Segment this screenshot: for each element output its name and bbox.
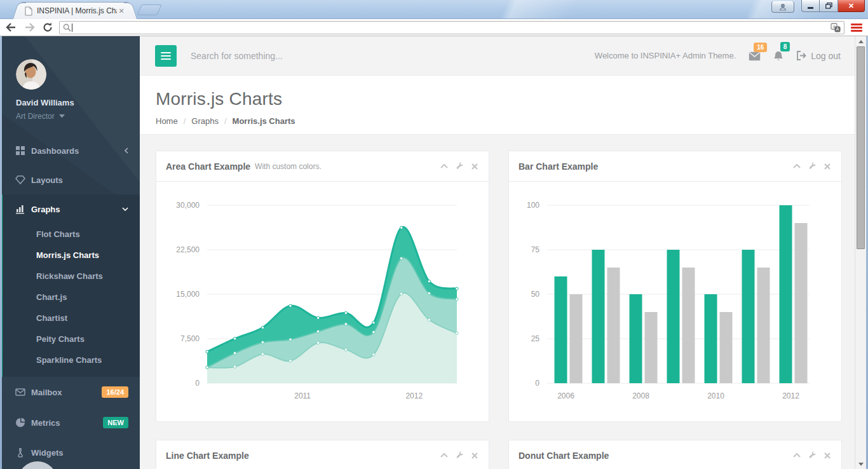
magnifier-icon	[63, 24, 71, 32]
svg-text:2006: 2006	[557, 391, 574, 400]
page-heading: Morris.js Charts Home / Graphs / Morris.…	[140, 76, 855, 135]
sidebar-item-label: Graphs	[31, 205, 60, 214]
forward-icon	[24, 23, 35, 32]
sidebar-item-layouts[interactable]: Layouts	[0, 165, 140, 194]
svg-text:2010: 2010	[707, 391, 724, 400]
browser-window: INSPINIA | Morris.js Cha ✕	[0, 0, 868, 469]
close-icon[interactable]	[470, 451, 479, 460]
user-name: David Williams	[16, 98, 124, 107]
close-icon[interactable]	[823, 162, 832, 171]
document-icon	[24, 6, 33, 16]
scrollbar-thumb[interactable]	[857, 46, 865, 249]
browser-profile-button[interactable]	[771, 1, 794, 13]
wrench-icon[interactable]	[808, 162, 817, 171]
web-page: David Williams Art Director Dashboards	[0, 36, 868, 469]
svg-text:A: A	[836, 27, 839, 31]
messages-button[interactable]: 16	[749, 48, 761, 64]
address-bar[interactable]: a A	[59, 21, 844, 34]
close-icon[interactable]	[470, 162, 479, 171]
submenu-item-rickshaw-charts[interactable]: Rickshaw Charts	[3, 266, 140, 287]
wrench-icon[interactable]	[455, 451, 464, 460]
sidebar-item-label: Dashboards	[31, 146, 79, 156]
submenu-item-chartist[interactable]: Chartist	[3, 308, 140, 329]
sidebar-item-graphs[interactable]: Graphs	[3, 194, 140, 224]
envelope-icon	[15, 387, 25, 397]
tab-close-icon[interactable]: ✕	[117, 6, 126, 15]
bar-chart-icon	[15, 204, 25, 214]
breadcrumb-home[interactable]: Home	[156, 116, 178, 126]
submenu-item-peity-charts[interactable]: Peity Charts	[3, 329, 140, 350]
chevron-left-icon	[125, 147, 128, 154]
svg-text:2008: 2008	[632, 391, 649, 400]
sidebar-toggle-button[interactable]	[155, 45, 177, 67]
person-icon	[779, 3, 787, 11]
sidebar-item-mailbox[interactable]: Mailbox 16/24	[0, 377, 140, 407]
wrench-icon[interactable]	[455, 162, 464, 171]
chevron-down-icon	[122, 207, 128, 211]
window-close-button[interactable]: ✕	[838, 0, 865, 12]
flask-icon	[15, 447, 25, 458]
close-icon[interactable]	[823, 451, 832, 460]
search-input[interactable]	[191, 51, 369, 61]
browser-toolbar: a A	[0, 19, 868, 36]
submenu-item-morrisjs-charts[interactable]: Morris.js Charts	[3, 245, 140, 266]
window-border	[0, 36, 2, 469]
line-chart-panel: Line Chart Example	[156, 440, 489, 469]
browser-tab[interactable]: INSPINIA | Morris.js Cha ✕	[19, 2, 131, 19]
collapse-icon[interactable]	[440, 162, 449, 171]
notifications-button[interactable]: 8	[773, 47, 783, 64]
scroll-up-icon	[858, 40, 864, 43]
sign-out-icon	[796, 51, 806, 60]
messages-count-badge: 16	[754, 43, 767, 52]
browser-menu-button[interactable]	[849, 21, 864, 34]
bar-chart-panel: Bar Chart Example	[508, 151, 842, 422]
svg-text:15,000: 15,000	[176, 290, 200, 299]
pie-chart-icon	[15, 418, 25, 428]
wrench-icon[interactable]	[808, 451, 817, 460]
submenu-item-flot-charts[interactable]: Flot Charts	[3, 224, 140, 245]
svg-text:50: 50	[531, 290, 540, 299]
collapse-icon[interactable]	[792, 162, 801, 171]
sidebar-item-widgets[interactable]: Widgets	[0, 438, 140, 467]
window-minimize-button[interactable]	[801, 0, 820, 12]
area-chart-panel: Area Chart Example With custom colors.	[156, 151, 489, 422]
bar-chart: 02550751002006200820102012	[509, 182, 841, 421]
logout-button[interactable]: Log out	[796, 51, 841, 61]
submenu-item-chartjs[interactable]: Chart.js	[3, 287, 140, 308]
tab-title: INSPINIA | Morris.js Cha	[37, 6, 117, 15]
text-caret	[72, 24, 72, 32]
bell-icon	[773, 51, 783, 62]
sidebar-item-dashboards[interactable]: Dashboards	[0, 136, 140, 165]
user-role-dropdown[interactable]: Art Director	[16, 112, 124, 121]
svg-text:100: 100	[527, 201, 539, 210]
collapse-icon[interactable]	[440, 451, 449, 460]
grid-icon	[15, 146, 25, 156]
translate-icon[interactable]: a A	[831, 23, 841, 32]
avatar[interactable]	[16, 59, 46, 90]
breadcrumb-graphs[interactable]: Graphs	[191, 116, 219, 126]
sidebar-item-label: Mailbox	[31, 388, 62, 397]
scroll-down-icon	[858, 463, 864, 466]
search-box	[191, 50, 369, 62]
window-maximize-button[interactable]	[820, 0, 838, 12]
back-icon	[6, 23, 17, 32]
donut-chart-panel: Donut Chart Example	[508, 440, 842, 469]
main-area: Welcome to INSPINIA+ Admin Theme. 16	[140, 36, 855, 469]
breadcrumb: Home / Graphs / Morris.js Charts	[156, 116, 855, 126]
collapse-icon[interactable]	[792, 451, 801, 460]
page-scrollbar[interactable]	[855, 36, 866, 469]
reload-icon	[43, 22, 53, 32]
submenu-item-sparkline-charts[interactable]: Sparkline Charts	[3, 350, 140, 370]
url-input[interactable]	[76, 23, 827, 32]
reload-button[interactable]	[41, 21, 55, 34]
scroll-down-button[interactable]	[855, 459, 866, 469]
panel-title: Line Chart Example	[166, 451, 249, 461]
caret-down-icon	[59, 114, 65, 118]
scroll-up-button[interactable]	[855, 36, 866, 46]
forward-button[interactable]	[22, 21, 36, 34]
page-content: Area Chart Example With custom colors.	[140, 135, 855, 469]
mailbox-badge: 16/24	[102, 386, 128, 398]
sidebar-item-metrics[interactable]: Metrics NEW	[0, 407, 140, 438]
svg-text:30,000: 30,000	[176, 201, 200, 210]
back-button[interactable]	[4, 21, 18, 34]
